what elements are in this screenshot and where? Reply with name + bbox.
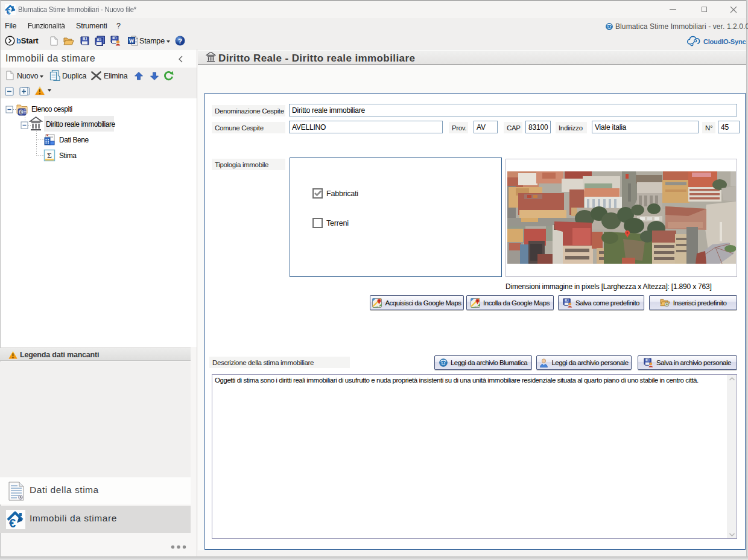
svg-text:€: €: [7, 8, 11, 15]
svg-text:€: €: [9, 517, 16, 529]
svg-text:?: ?: [178, 37, 182, 45]
svg-text:€: €: [20, 109, 23, 115]
svg-text:W: W: [128, 38, 135, 44]
svg-text:Σ: Σ: [47, 151, 52, 160]
